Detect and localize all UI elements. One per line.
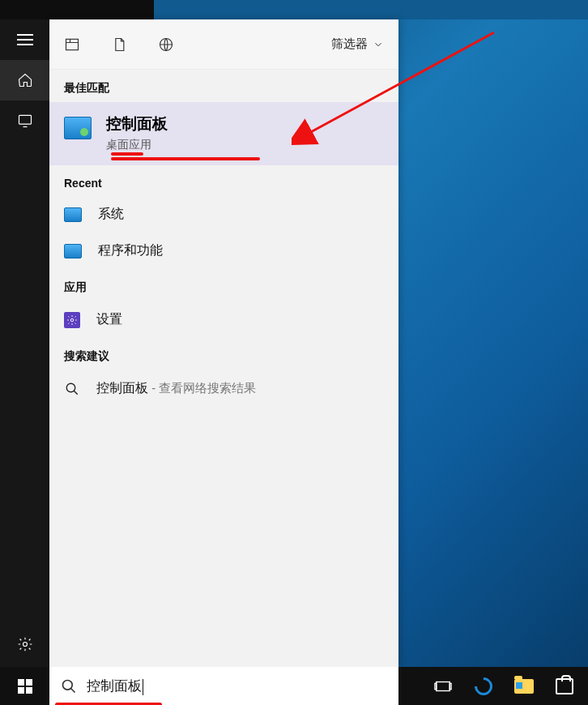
gear-icon bbox=[17, 636, 33, 652]
section-suggestions: 搜索建议 bbox=[49, 338, 398, 370]
edge-browser-button[interactable] bbox=[473, 676, 494, 697]
svg-point-7 bbox=[63, 680, 73, 690]
taskbar-tray bbox=[420, 667, 588, 705]
svg-point-6 bbox=[66, 383, 75, 392]
scope-apps-button[interactable] bbox=[61, 33, 83, 56]
svg-rect-8 bbox=[437, 682, 450, 690]
control-panel-mini-icon bbox=[64, 244, 82, 258]
search-icon bbox=[64, 381, 80, 397]
windows-logo-icon bbox=[18, 679, 32, 694]
best-match-subtitle: 桌面应用 bbox=[106, 138, 168, 152]
annotation-underline bbox=[111, 152, 143, 156]
svg-rect-0 bbox=[19, 115, 31, 124]
svg-rect-3 bbox=[66, 39, 79, 49]
rail-screen-button[interactable] bbox=[0, 100, 49, 141]
window-top-strip bbox=[0, 0, 588, 19]
annotation-underline bbox=[111, 157, 260, 160]
scope-web-button[interactable] bbox=[155, 33, 177, 56]
document-icon bbox=[111, 36, 127, 53]
best-match-result[interactable]: 控制面板 桌面应用 bbox=[49, 102, 398, 165]
section-best-match: 最佳匹配 bbox=[49, 70, 398, 102]
control-panel-icon bbox=[64, 117, 92, 139]
edge-icon bbox=[471, 673, 496, 699]
rail-home-button[interactable] bbox=[0, 60, 49, 100]
monitor-icon bbox=[17, 113, 33, 129]
hamburger-button[interactable] bbox=[0, 19, 49, 60]
search-query-text: 控制面板 bbox=[87, 678, 142, 694]
section-recent: Recent bbox=[49, 165, 398, 196]
store-icon bbox=[556, 678, 573, 694]
filter-dropdown[interactable]: 筛选器 bbox=[331, 36, 384, 52]
panel-header: 筛选器 bbox=[49, 19, 398, 70]
window-icon bbox=[64, 36, 80, 53]
taskbar: 控制面板 bbox=[0, 667, 588, 705]
settings-app-icon bbox=[64, 312, 80, 328]
best-match-title: 控制面板 bbox=[106, 113, 168, 135]
svg-rect-10 bbox=[450, 683, 451, 689]
web-suggestion[interactable]: 控制面板 - 查看网络搜索结果 bbox=[49, 370, 398, 407]
rail-settings-button[interactable] bbox=[0, 624, 49, 664]
start-rail bbox=[0, 19, 49, 705]
task-view-icon bbox=[434, 677, 452, 695]
store-button[interactable] bbox=[554, 676, 575, 697]
svg-rect-9 bbox=[435, 683, 437, 689]
text-caret bbox=[143, 679, 143, 695]
suggestion-hint: - 查看网络搜索结果 bbox=[148, 381, 256, 395]
recent-item-label: 系统 bbox=[98, 206, 124, 223]
globe-icon bbox=[158, 36, 174, 53]
section-apps: 应用 bbox=[49, 269, 398, 301]
app-item-label: 设置 bbox=[96, 311, 122, 328]
search-icon bbox=[61, 678, 77, 694]
folder-icon bbox=[514, 679, 534, 694]
taskbar-search-box[interactable]: 控制面板 bbox=[49, 667, 398, 705]
chevron-down-icon bbox=[373, 39, 384, 50]
home-icon bbox=[17, 72, 33, 88]
filter-label: 筛选器 bbox=[331, 36, 368, 52]
task-view-button[interactable] bbox=[432, 676, 454, 697]
suggestion-term: 控制面板 bbox=[96, 381, 148, 395]
recent-item-label: 程序和功能 bbox=[98, 242, 163, 259]
recent-item[interactable]: 系统 bbox=[49, 196, 398, 233]
search-panel: 筛选器 最佳匹配 控制面板 桌面应用 Recent 系统 程序和功能 应用 设置… bbox=[49, 19, 398, 667]
app-item[interactable]: 设置 bbox=[49, 301, 398, 338]
svg-point-5 bbox=[70, 318, 74, 322]
scope-documents-button[interactable] bbox=[108, 33, 130, 56]
hamburger-icon bbox=[17, 34, 33, 45]
recent-item[interactable]: 程序和功能 bbox=[49, 233, 398, 269]
file-explorer-button[interactable] bbox=[513, 676, 535, 697]
svg-point-1 bbox=[23, 643, 27, 647]
start-button[interactable] bbox=[0, 667, 49, 705]
control-panel-mini-icon bbox=[64, 207, 82, 222]
